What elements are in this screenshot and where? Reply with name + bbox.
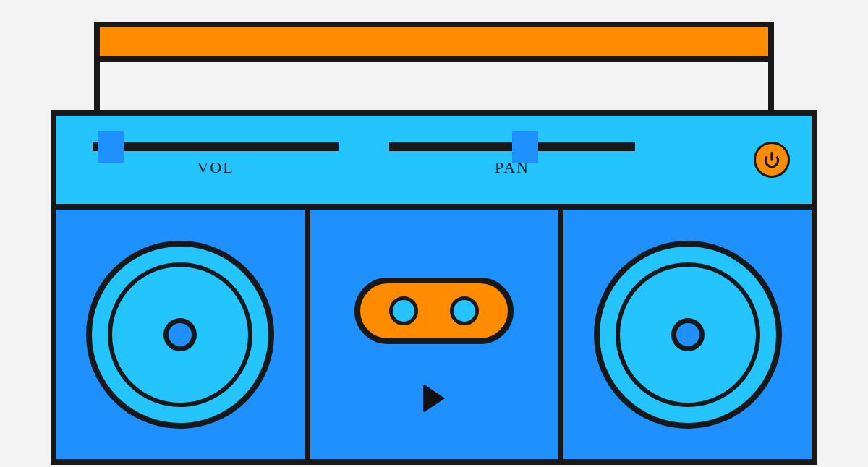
handle xyxy=(94,22,774,110)
left-speaker-ring xyxy=(108,262,252,407)
right-speaker-cone xyxy=(594,241,782,429)
right-speaker-ring xyxy=(616,262,760,407)
tape-deck xyxy=(310,210,558,459)
pan-control: PAN xyxy=(375,142,650,177)
cassette-reel-left xyxy=(389,296,418,325)
pan-slider-thumb[interactable] xyxy=(512,131,538,163)
power-button[interactable] xyxy=(754,142,790,178)
volume-label: VOL xyxy=(197,158,234,177)
cassette xyxy=(354,278,514,344)
lower-section xyxy=(56,210,812,459)
handle-grip xyxy=(94,22,774,62)
boombox: VOL PAN xyxy=(51,22,817,465)
volume-control: VOL xyxy=(78,142,353,177)
right-speaker xyxy=(558,210,812,459)
left-speaker-dustcap xyxy=(163,318,197,351)
volume-slider[interactable] xyxy=(93,142,339,151)
play-button[interactable] xyxy=(423,384,445,413)
left-speaker xyxy=(56,210,310,459)
left-speaker-cone xyxy=(86,241,274,429)
cassette-reel-right xyxy=(450,296,479,325)
controls-panel: VOL PAN xyxy=(56,116,812,210)
pan-slider[interactable] xyxy=(389,142,635,151)
right-speaker-dustcap xyxy=(671,318,705,351)
power-icon xyxy=(762,150,781,169)
boombox-body: VOL PAN xyxy=(51,110,817,465)
volume-slider-thumb[interactable] xyxy=(98,131,124,163)
